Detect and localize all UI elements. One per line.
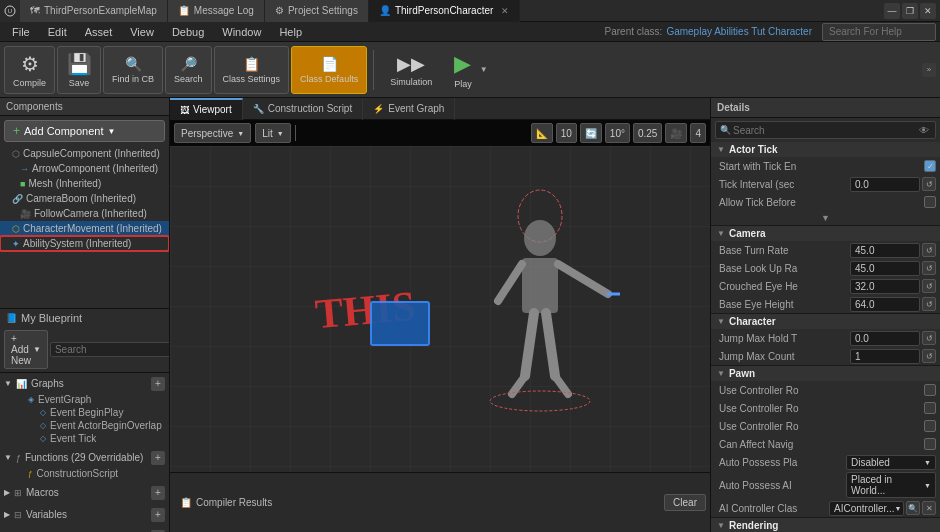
comp-charactermovement[interactable]: ⬡ CharacterMovement (Inherited): [0, 221, 169, 236]
comp-capsule[interactable]: ⬡ CapsuleComponent (Inherited): [0, 146, 169, 161]
menu-debug[interactable]: Debug: [164, 24, 212, 40]
toolbar-dropdown-arrow[interactable]: ▼: [480, 65, 488, 74]
bp-macros-header[interactable]: ▶ ⊞ Macros +: [0, 484, 169, 502]
clear-button[interactable]: Clear: [664, 494, 706, 511]
menu-edit[interactable]: Edit: [40, 24, 75, 40]
event-actoroverlap-item[interactable]: ◇ Event ActorBeginOverlap: [12, 419, 169, 432]
bp-graphs-header[interactable]: ▼ 📊 Graphs +: [0, 375, 169, 393]
macros-add-icon[interactable]: +: [151, 486, 165, 500]
minimize-button[interactable]: —: [884, 3, 900, 19]
functions-add-icon[interactable]: +: [151, 451, 165, 465]
camera-speed-button[interactable]: 🎥: [665, 123, 687, 143]
close-tab-icon[interactable]: ✕: [501, 6, 509, 16]
search-for-help[interactable]: [822, 23, 936, 41]
add-component-button[interactable]: + Add Component ▼: [4, 120, 165, 142]
tab-message-log[interactable]: 📋 Message Log: [168, 0, 265, 22]
base-eye-reset[interactable]: ↺: [922, 297, 936, 311]
lit-button[interactable]: Lit ▼: [255, 123, 291, 143]
allow-tick-checkbox[interactable]: [924, 196, 936, 208]
comp-arrow[interactable]: → ArrowComponent (Inherited): [0, 161, 169, 176]
jump-max-input[interactable]: [850, 349, 920, 364]
base-eye-input[interactable]: [850, 297, 920, 312]
crouched-eye-input[interactable]: [850, 279, 920, 294]
simulation-button[interactable]: ▶▶ Simulation: [380, 46, 442, 94]
menu-help[interactable]: Help: [271, 24, 310, 40]
character-section-header[interactable]: ▼ Character: [711, 314, 940, 329]
tick-interval-reset[interactable]: ↺: [922, 177, 936, 191]
start-tick-checkbox[interactable]: ✓: [924, 160, 936, 172]
tab-third-person-char[interactable]: 👤 ThirdPersonCharacter ✕: [369, 0, 520, 22]
find-in-cb-button[interactable]: 🔍 Find in CB: [103, 46, 163, 94]
menu-asset[interactable]: Asset: [77, 24, 121, 40]
viewport-canvas[interactable]: THIS: [170, 146, 710, 472]
ai-ctrl-browse[interactable]: 🔍: [906, 501, 920, 515]
crouched-eye-reset[interactable]: ↺: [922, 279, 936, 293]
menu-window[interactable]: Window: [214, 24, 269, 40]
rotation-snap-button[interactable]: 🔄: [580, 123, 602, 143]
jump-hold-row: Jump Max Hold T ↺: [711, 329, 940, 347]
maximize-button[interactable]: ❐: [902, 3, 918, 19]
pawn-section-header[interactable]: ▼ Pawn: [711, 366, 940, 381]
add-new-button[interactable]: + Add New ▼: [4, 330, 48, 369]
comp-cameraboom[interactable]: 🔗 CameraBoom (Inherited): [0, 191, 169, 206]
grid-snap-button[interactable]: 📐: [531, 123, 553, 143]
toolbar-expand[interactable]: »: [922, 63, 936, 77]
camera-section-header[interactable]: ▼ Camera: [711, 226, 940, 241]
variables-add-icon[interactable]: +: [151, 508, 165, 522]
jump-hold-reset[interactable]: ↺: [922, 331, 936, 345]
use-ctrl1-checkbox[interactable]: [924, 384, 936, 396]
ai-ctrl-clear[interactable]: ✕: [922, 501, 936, 515]
search-button[interactable]: 🔎 Search: [165, 46, 212, 94]
tab-project-settings[interactable]: ⚙ Project Settings: [265, 0, 369, 22]
event-tick-item[interactable]: ◇ Event Tick: [12, 432, 169, 445]
perspective-button[interactable]: Perspective ▼: [174, 123, 251, 143]
ai-ctrl-dropdown[interactable]: AIController... ▼: [829, 501, 904, 516]
base-lookup-reset[interactable]: ↺: [922, 261, 936, 275]
comp-followcamera[interactable]: 🎥 FollowCamera (Inherited): [0, 206, 169, 221]
bp-dispatchers-header[interactable]: ▶ ⚡ Event Dispatchers +: [0, 528, 169, 533]
comp-mesh[interactable]: ■ Mesh (Inherited): [0, 176, 169, 191]
compiler-header[interactable]: 📋 Compiler Results: [174, 495, 278, 510]
tick-interval-input[interactable]: [850, 177, 920, 192]
details-search-input[interactable]: [733, 125, 915, 136]
jump-hold-input[interactable]: [850, 331, 920, 346]
details-eye-icon[interactable]: 👁: [917, 123, 931, 137]
auto-possess-ai-dropdown[interactable]: Placed in World... ▼: [846, 472, 936, 498]
base-turn-input[interactable]: [850, 243, 920, 258]
graphs-add-icon[interactable]: +: [151, 377, 165, 391]
bp-search-input[interactable]: [50, 342, 170, 357]
bp-variables-header[interactable]: ▶ ⊟ Variables +: [0, 506, 169, 524]
add-new-label: + Add New: [11, 333, 31, 366]
tab-event-graph[interactable]: ⚡ Event Graph: [363, 98, 455, 120]
construction-script-item[interactable]: ƒ ConstructionScript: [12, 467, 169, 480]
tab-map[interactable]: 🗺 ThirdPersonExampleMap: [20, 0, 168, 22]
parent-class-link[interactable]: Gameplay Abilities Tut Character: [666, 26, 812, 37]
my-blueprint-btn[interactable]: 📘 My Blueprint: [0, 308, 169, 327]
rendering-header[interactable]: ▼ Rendering: [711, 518, 940, 532]
tab-construction[interactable]: 🔧 Construction Script: [243, 98, 363, 120]
menu-file[interactable]: File: [4, 24, 38, 40]
compile-button[interactable]: ⚙ Compile: [4, 46, 55, 94]
can-affect-checkbox[interactable]: [924, 438, 936, 450]
base-lookup-input[interactable]: [850, 261, 920, 276]
use-ctrl2-checkbox[interactable]: [924, 402, 936, 414]
class-defaults-button[interactable]: 📄 Class Defaults: [291, 46, 367, 94]
event-graph-item[interactable]: ◈ EventGraph: [12, 393, 169, 406]
jump-max-reset[interactable]: ↺: [922, 349, 936, 363]
class-settings-button[interactable]: 📋 Class Settings: [214, 46, 290, 94]
tick-expand-arrow[interactable]: ▼: [711, 211, 940, 225]
window-controls: — ❐ ✕: [884, 3, 940, 19]
comp-abilitysystem[interactable]: ✦ AbilitySystem (Inherited): [0, 236, 169, 251]
base-turn-reset[interactable]: ↺: [922, 243, 936, 257]
tab-viewport[interactable]: 🖼 Viewport: [170, 98, 243, 120]
auto-possess-dropdown[interactable]: Disabled ▼: [846, 455, 936, 470]
save-button[interactable]: 💾 Save: [57, 46, 101, 94]
actor-tick-header[interactable]: ▼ Actor Tick: [711, 142, 940, 157]
search-help-input[interactable]: [829, 26, 929, 37]
use-ctrl3-checkbox[interactable]: [924, 420, 936, 432]
close-button[interactable]: ✕: [920, 3, 936, 19]
menu-view[interactable]: View: [122, 24, 162, 40]
event-beginplay-item[interactable]: ◇ Event BeginPlay: [12, 406, 169, 419]
play-button[interactable]: ▶ Play: [444, 46, 482, 94]
bp-functions-header[interactable]: ▼ ƒ Functions (29 Overridable) +: [0, 449, 169, 467]
